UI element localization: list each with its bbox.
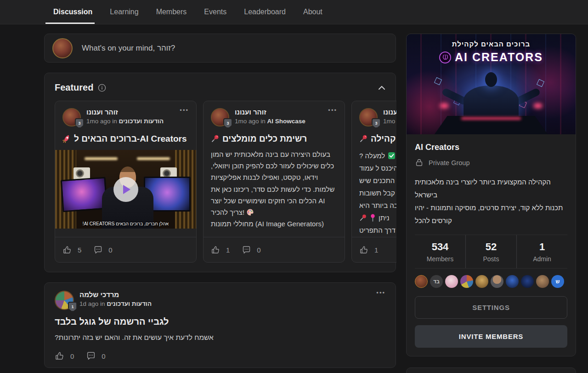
comment-button[interactable] [93,245,103,255]
tab-discussion[interactable]: Discussion [45,0,101,24]
member-avatar[interactable] [475,275,488,288]
member-avatar[interactable] [491,275,503,288]
comment-count: 0 [102,352,105,360]
like-count: 0 [70,352,74,360]
light-bar [137,157,170,160]
featured-carousel[interactable]: 3 זוהר וענונו 1mo ago in הודעות ועדכונים… [55,101,396,263]
post-body: ? למעלה היכנס ל עמוד התכנים שיש קבל תשוב… [352,144,396,236]
video-thumbnail[interactable]: אהלן חברים, ברוכים הבאים AI CREATORS! [55,150,196,229]
comment-count: 0 [257,246,260,254]
stat-value: 1 [517,241,567,253]
featured-post-card[interactable]: 3 זוהר וענונו 1mo ago in AI Showcase •••… [203,101,345,263]
feed-post[interactable]: 1 מרדכי שלמה 1d ago in הודעות ועדכונים •… [44,282,396,368]
group-info-card: ברוכים הבאים לקהילת AI CREATORS AI Creat… [406,34,576,356]
stat-admins[interactable]: 1 Admin [516,235,567,268]
more-options-icon[interactable]: ••• [376,291,385,310]
post-title[interactable]: רשימת כלים מומלצים [204,134,345,144]
settings-button[interactable]: SETTINGS [415,296,567,319]
stat-label: Members [415,255,465,263]
featured-post-card[interactable]: 3 זוהר וענונו 1mo ago in הודעות ועדכונים… [55,101,197,263]
comment-button[interactable] [86,351,96,361]
banner-brand-text: AI CREATORS [455,51,543,64]
member-avatar-row: בד ש [415,269,567,289]
group-stats: 534 Members 52 Posts 1 Admin [415,235,567,269]
post-category[interactable]: הודעות ועדכונים [107,300,152,307]
member-avatar[interactable] [445,275,458,288]
tab-label: Discussion [53,8,92,16]
collapse-chevron-up-icon[interactable] [378,86,385,90]
post-category[interactable]: הודעות ועדכונים [119,118,164,125]
tab-label: Learning [110,8,138,16]
post-body: אשמח לדעת איך עושים את זה. והאם יש בזה י… [55,333,385,342]
invite-members-button[interactable]: INVITE MEMBERS [415,325,567,348]
author-name[interactable]: זוהר וענונו [86,108,164,116]
member-avatar[interactable] [415,275,428,288]
post-title[interactable]: ברוכים הבאים ל-AI Creators [55,134,196,144]
monitor-screen [61,177,108,212]
author-name[interactable]: מרדכי שלמה [79,291,152,298]
more-options-icon[interactable]: ••• [180,108,189,126]
banner-welcome-text: ברוכים הבאים לקהילת [407,40,576,48]
member-avatar[interactable] [506,275,519,288]
post-timestamp: 1mo ago in [86,118,117,125]
member-avatar-initials[interactable]: בד [430,275,443,288]
member-avatar[interactable] [460,275,473,288]
member-avatar[interactable] [536,275,549,288]
tab-learning[interactable]: Learning [101,0,147,24]
post-category[interactable]: AI Showcase [267,118,305,125]
stat-members[interactable]: 534 Members [415,235,465,268]
member-avatar-initials[interactable]: ש [551,275,564,288]
like-count: 1 [374,246,378,254]
pushpin-icon [359,134,368,143]
glowing-hand [533,103,543,109]
pushpin-icon [211,134,220,143]
featured-post-card[interactable]: 3 זוהר וענונו 1mo קהילה ? למעלה היכנס ל … [351,101,396,263]
post-title[interactable]: לגביי הרשמה של גוגל בלבד [55,316,385,327]
group-banner-image[interactable]: ברוכים הבאים לקהילת AI CREATORS [407,34,576,134]
like-button[interactable] [55,351,65,361]
group-name: AI Creators [415,143,567,152]
tab-leaderboard[interactable]: Leaderboard [235,0,294,24]
info-icon[interactable] [98,84,106,92]
tab-members[interactable]: Members [147,0,196,24]
post-composer[interactable]: What's on your mind, זוהר? [44,34,396,63]
stat-value: 534 [415,241,465,253]
comment-count: 0 [108,246,112,254]
level-badge: 3 [223,118,232,128]
banner-figure [464,86,519,119]
banner-figure-head [485,72,497,87]
featured-section: Featured 3 זוהר וענונו 1mo ago [44,73,396,272]
brain-icon [439,52,451,63]
play-button[interactable] [113,177,138,202]
community-tab-bar: Discussion Learning Members Events Leade… [0,0,588,24]
tab-label: Events [204,8,226,16]
like-button[interactable] [211,245,220,255]
tab-about[interactable]: About [294,0,331,24]
member-avatar[interactable] [521,275,534,288]
level-badge: 3 [372,118,381,128]
stat-posts[interactable]: 52 Posts [465,235,516,268]
tab-label: Leaderboard [244,8,286,16]
author-name[interactable]: זוהר וענונו [235,108,305,116]
post-title[interactable]: קהילה [352,134,396,144]
tab-events[interactable]: Events [195,0,235,24]
post-timestamp: 1mo [383,118,395,125]
level-badge: 1 [68,302,77,312]
rocket-icon [62,134,71,143]
check-mark-icon [388,152,396,160]
tab-label: Members [156,8,187,16]
group-description: הקהילה המקצועית ביותר ליוצרי בינה מלאכות… [415,176,567,227]
pushpin-icon [359,214,367,222]
privacy-label: Private Group [429,159,469,166]
video-caption: אהלן חברים, ברוכים הבאים AI CREATORS! [55,221,196,226]
light-bar [85,157,118,160]
more-options-icon[interactable]: ••• [328,108,337,126]
comment-button[interactable] [242,245,251,255]
post-timestamp: 1d ago in [79,300,105,307]
round-pin-icon [370,214,376,222]
glowing-hand [440,103,449,109]
leaderboard-card: Leaderboard (30-days) [406,367,576,373]
like-button[interactable] [62,245,72,255]
like-button[interactable] [359,245,369,255]
author-name[interactable]: זוהר וענונו [383,108,396,116]
